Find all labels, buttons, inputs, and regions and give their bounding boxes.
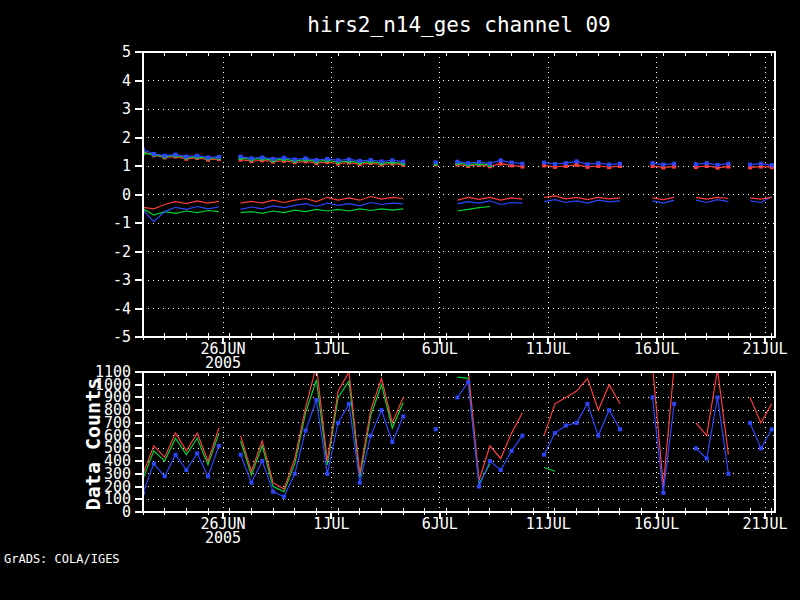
bottom-panel-border [143,372,775,512]
top-panel-y-tick-label: 3 [75,101,131,117]
grads-plot-page: { "title": "hirs2_n14_ges channel 09", "… [0,0,800,600]
bottom-panel-y-tick-label: 0 [75,504,131,520]
top-panel [135,52,775,344]
top-panel-y-tick-label: 2 [75,130,131,146]
top-panel-ticks [135,52,772,344]
top-panel-x-tick-label: 1JUL [286,342,376,357]
bottom-panel [135,366,775,519]
top-panel-series-bias-green [143,207,490,216]
bottom-panel-series-counts-blue [141,380,774,499]
top-panel-x-tick-year-label: 2005 [178,356,268,371]
top-panel-x-tick-label: 21JUL [720,342,800,357]
bottom-panel-x-tick-label: 11JUL [503,517,593,532]
top-panel-y-tick-label: -2 [75,244,131,260]
top-panel-y-tick-label: 4 [75,73,131,89]
bottom-panel-ticks [135,372,772,519]
top-panel-y-tick-label: 1 [75,158,131,174]
bottom-panel-x-tick-label: 1JUL [286,517,376,532]
top-panel-y-tick-label: -1 [75,215,131,231]
bottom-panel-x-tick-year-label: 2005 [178,531,268,546]
grads-watermark: GrADS: COLA/IGES [4,552,120,566]
bottom-panel-x-tick-label: 16JUL [612,517,702,532]
top-panel-y-tick-label: 0 [75,187,131,203]
bottom-panel-gridlines [143,372,775,512]
top-panel-y-tick-label: -3 [75,272,131,288]
top-panel-series-bias-red [143,196,772,209]
top-panel-x-tick-label: 16JUL [612,342,702,357]
bottom-panel-series-counts-green [143,377,555,492]
top-panel-y-tick-label: 5 [75,44,131,60]
top-panel-y-tick-label: -4 [75,301,131,317]
top-panel-gridlines [143,52,775,337]
top-panel-x-tick-label: 6JUL [395,342,485,357]
top-panel-series-bias-blue [143,197,772,222]
top-panel-y-tick-label: -5 [75,329,131,345]
bottom-panel-series-counts-red [143,366,772,490]
bottom-panel-x-tick-label: 6JUL [395,517,485,532]
top-panel-x-tick-label: 11JUL [503,342,593,357]
bottom-panel-x-tick-label: 21JUL [720,517,800,532]
chart-title: hirs2_n14_ges channel 09 [143,13,775,37]
